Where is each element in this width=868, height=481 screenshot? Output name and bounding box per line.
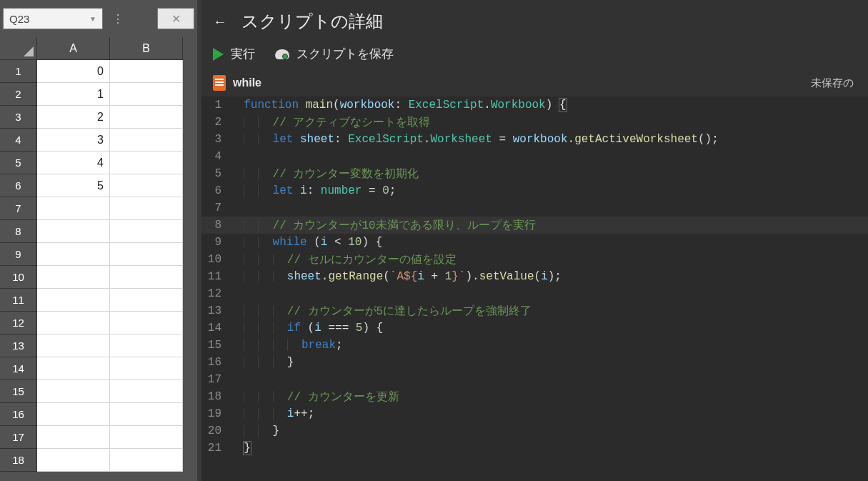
script-name[interactable]: while (233, 76, 261, 89)
cell[interactable] (37, 380, 110, 403)
cell[interactable] (37, 243, 110, 266)
row-header[interactable]: 9 (0, 243, 37, 266)
code-line[interactable]: 19 i++; (201, 405, 868, 422)
cell[interactable]: 2 (37, 106, 110, 129)
code-line[interactable]: 12 (201, 285, 868, 302)
code-content[interactable]: sheet.getRange(`A${i + 1}`).setValue(i); (230, 270, 562, 283)
cell[interactable]: 1 (37, 83, 110, 106)
cell[interactable] (110, 60, 183, 83)
row-header[interactable]: 13 (0, 334, 37, 357)
code-line[interactable]: 6 let i: number = 0; (201, 182, 868, 199)
code-content[interactable]: let i: number = 0; (230, 184, 396, 197)
cell[interactable] (110, 357, 183, 380)
cell[interactable] (37, 312, 110, 334)
code-content[interactable] (230, 287, 244, 300)
row-header[interactable]: 6 (0, 174, 37, 197)
cell[interactable] (110, 83, 183, 106)
cell[interactable] (110, 426, 183, 449)
code-line[interactable]: 4 (201, 148, 868, 165)
row-header[interactable]: 2 (0, 83, 37, 106)
cell[interactable] (110, 197, 183, 220)
code-line[interactable]: 20 } (201, 422, 868, 440)
code-content[interactable]: let sheet: ExcelScript.Worksheet = workb… (230, 133, 719, 146)
save-script-button[interactable]: スクリプトを保存 (275, 46, 394, 62)
row-header[interactable]: 3 (0, 106, 37, 129)
code-editor[interactable]: 1 function main(workbook: ExcelScript.Wo… (201, 96, 868, 481)
code-content[interactable] (230, 202, 244, 214)
code-content[interactable] (230, 150, 244, 163)
cell[interactable] (37, 220, 110, 243)
code-line[interactable]: 11 sheet.getRange(`A${i + 1}`).setValue(… (201, 268, 868, 285)
code-line[interactable]: 1 function main(workbook: ExcelScript.Wo… (201, 96, 868, 114)
cell[interactable] (110, 289, 183, 312)
row-header[interactable]: 12 (0, 312, 37, 334)
cell[interactable] (37, 266, 110, 289)
code-content[interactable]: } (230, 442, 251, 455)
cell[interactable] (110, 312, 183, 334)
column-header[interactable]: B (110, 37, 183, 60)
code-content[interactable]: while (i < 10) { (230, 236, 382, 249)
code-line[interactable]: 15 break; (201, 337, 868, 354)
code-line[interactable]: 18 // カウンターを更新 (201, 388, 868, 405)
cell[interactable] (37, 334, 110, 357)
cell[interactable] (37, 357, 110, 380)
row-header[interactable]: 10 (0, 266, 37, 289)
row-header[interactable]: 16 (0, 403, 37, 426)
cell[interactable] (37, 197, 110, 220)
cell[interactable] (110, 243, 183, 266)
code-content[interactable]: function main(workbook: ExcelScript.Work… (230, 99, 567, 111)
code-content[interactable]: // セルにカウンターの値を設定 (230, 252, 457, 267)
cell[interactable] (110, 220, 183, 243)
back-arrow-icon[interactable]: ← (213, 14, 227, 30)
row-header[interactable]: 1 (0, 60, 37, 83)
code-line[interactable]: 13 // カウンターが5に達したらループを強制終了 (201, 302, 868, 319)
code-content[interactable]: } (230, 356, 294, 369)
cancel-input-button[interactable]: ✕ (157, 8, 194, 29)
code-line[interactable]: 21 } (201, 440, 868, 457)
row-header[interactable]: 8 (0, 220, 37, 243)
code-content[interactable]: // カウンターが10未満である限り、ループを実行 (230, 218, 536, 233)
select-all-corner[interactable] (0, 37, 37, 60)
code-line[interactable]: 10 // セルにカウンターの値を設定 (201, 251, 868, 268)
code-content[interactable] (230, 373, 244, 386)
code-content[interactable]: break; (230, 339, 343, 352)
row-header[interactable]: 14 (0, 357, 37, 380)
cell[interactable] (37, 289, 110, 312)
cell[interactable] (110, 106, 183, 129)
name-box[interactable]: Q23 ▼ (3, 8, 103, 29)
cell[interactable]: 5 (37, 174, 110, 197)
code-line[interactable]: 2 // アクティブなシートを取得 (201, 114, 868, 131)
code-line[interactable]: 14 if (i === 5) { (201, 319, 868, 337)
code-content[interactable]: } (230, 425, 279, 437)
code-content[interactable]: // カウンター変数を初期化 (230, 167, 419, 182)
cell[interactable] (37, 449, 110, 472)
cell[interactable] (110, 152, 183, 174)
code-content[interactable]: // アクティブなシートを取得 (230, 115, 430, 130)
row-header[interactable]: 5 (0, 152, 37, 174)
code-content[interactable]: if (i === 5) { (230, 322, 383, 334)
code-content[interactable]: // カウンターを更新 (230, 390, 399, 405)
row-header[interactable]: 15 (0, 380, 37, 403)
more-icon[interactable]: ⋮ (107, 8, 129, 29)
cell[interactable] (110, 174, 183, 197)
cell[interactable] (110, 449, 183, 472)
cell[interactable]: 3 (37, 129, 110, 152)
cell[interactable] (110, 129, 183, 152)
code-line[interactable]: 9 while (i < 10) { (201, 234, 868, 251)
cell[interactable]: 4 (37, 152, 110, 174)
row-header[interactable]: 18 (0, 449, 37, 472)
cell[interactable] (110, 380, 183, 403)
spreadsheet-grid[interactable]: AB102132435465789101112131415161718 (0, 37, 197, 481)
cell[interactable]: 0 (37, 60, 110, 83)
column-header[interactable]: A (37, 37, 110, 60)
code-line[interactable]: 5 // カウンター変数を初期化 (201, 165, 868, 182)
run-button[interactable]: 実行 (213, 46, 255, 62)
row-header[interactable]: 17 (0, 426, 37, 449)
code-content[interactable]: // カウンターが5に達したらループを強制終了 (230, 304, 532, 319)
code-line[interactable]: 3 let sheet: ExcelScript.Worksheet = wor… (201, 131, 868, 148)
row-header[interactable]: 7 (0, 197, 37, 220)
cell[interactable] (37, 426, 110, 449)
row-header[interactable]: 4 (0, 129, 37, 152)
cell[interactable] (110, 403, 183, 426)
code-content[interactable]: i++; (230, 407, 314, 420)
